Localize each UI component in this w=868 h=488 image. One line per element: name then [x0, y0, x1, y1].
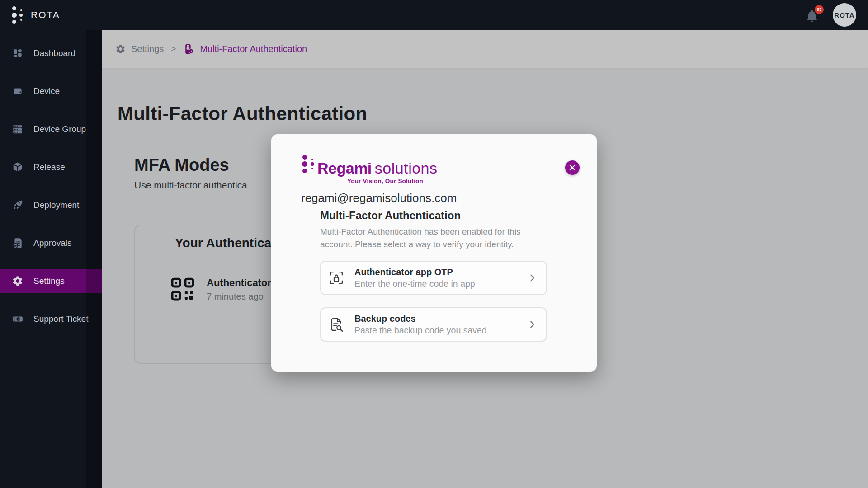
option-backup-codes[interactable]: Backup codes Paste the backup code you s…	[320, 307, 547, 342]
device-group-icon	[12, 123, 24, 135]
scan-lock-icon	[328, 270, 344, 286]
sidebar-item-label: Approvals	[33, 238, 72, 248]
close-icon	[569, 164, 576, 171]
option-subtitle: Paste the backup code you saved	[354, 325, 487, 336]
sidebar-item-label: Dashboard	[33, 48, 75, 58]
sidebar-item-label: Device	[33, 86, 60, 96]
option-title: Authenticator app OTP	[354, 267, 475, 277]
regami-logo-icon	[302, 155, 314, 173]
notifications-button[interactable]: 03	[805, 7, 820, 23]
chevron-right-icon	[527, 319, 537, 329]
rota-logo-icon	[12, 6, 23, 24]
chevron-right-icon	[527, 273, 537, 283]
document-search-icon	[328, 316, 344, 333]
support-ticket-icon	[12, 313, 24, 325]
sidebar-item-label: Release	[33, 162, 65, 172]
brand-name: Regamisolutions	[317, 160, 438, 177]
top-bar: ROTA 03 ROTA	[0, 0, 868, 30]
brand-tagline: Your Vision, Our Solution	[347, 178, 423, 184]
mfa-verify-modal: Regamisolutions Your Vision, Our Solutio…	[271, 134, 597, 372]
option-authenticator-otp[interactable]: Authenticator app OTP Enter the one-time…	[320, 261, 547, 295]
option-subtitle: Enter the one-time code in app	[354, 279, 475, 289]
sidebar-item-label: Settings	[33, 276, 65, 286]
device-icon	[12, 85, 24, 97]
brand-name-light: solutions	[375, 160, 438, 177]
approvals-icon	[12, 237, 24, 249]
account-email: regami@regamisolutions.com	[301, 191, 457, 205]
sidebar-item-label: Device Group	[33, 124, 86, 134]
app-title: ROTA	[31, 9, 60, 20]
mfa-options: Authenticator app OTP Enter the one-time…	[320, 261, 547, 342]
modal-heading: Multi-Factor Authentication	[320, 209, 461, 222]
deployment-icon	[12, 199, 24, 211]
modal-description: Multi-Factor Authentication has been ena…	[320, 225, 521, 251]
option-title: Backup codes	[354, 314, 487, 324]
modal-description-line2: account. Please select a way to verify y…	[320, 238, 521, 251]
dashboard-icon	[12, 47, 24, 59]
avatar[interactable]: ROTA	[833, 3, 856, 27]
notification-badge: 03	[815, 5, 824, 14]
modal-description-line1: Multi-Factor Authentication has been ena…	[320, 225, 521, 238]
sidebar-item-label: Deployment	[33, 200, 79, 210]
brand-name-bold: Regami	[317, 160, 372, 177]
sidebar-item-label: Support Ticket	[33, 314, 88, 324]
close-button[interactable]	[565, 160, 580, 175]
release-icon	[12, 161, 24, 173]
gear-icon	[12, 275, 24, 287]
